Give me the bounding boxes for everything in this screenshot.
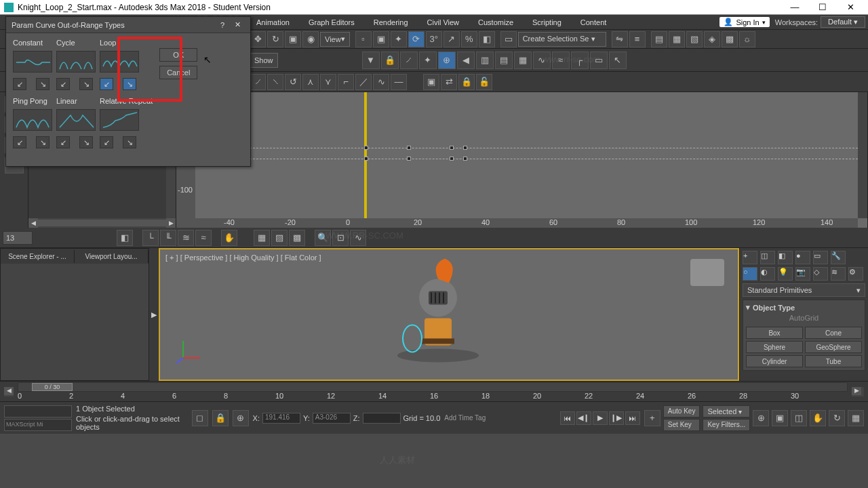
- menu-graph-editors[interactable]: Graph Editors: [299, 16, 364, 28]
- loop-curve[interactable]: [100, 51, 139, 73]
- refcoord-dropdown[interactable]: View ▾: [320, 32, 350, 47]
- mirror-icon[interactable]: ⇋: [612, 31, 628, 47]
- selection-set-dropdown[interactable]: Create Selection Se ▾: [518, 32, 606, 47]
- primitive-dropdown[interactable]: Standard Primitives▾: [743, 283, 865, 297]
- menu-civil-view[interactable]: Civil View: [418, 16, 469, 28]
- perspective-viewport[interactable]: [ + ] [ Perspective ] [ High Quality ] […: [159, 248, 739, 381]
- align-icon[interactable]: ◧: [479, 31, 495, 47]
- tan-loop-icon[interactable]: ↺: [285, 74, 301, 90]
- unlock-tan-icon[interactable]: 🔓: [476, 74, 492, 90]
- pingpong-in-button[interactable]: ↙: [13, 136, 26, 148]
- tan-auto-icon[interactable]: ⟋: [250, 74, 266, 90]
- reduce-keys-icon[interactable]: ≈: [552, 52, 570, 69]
- layer-icon[interactable]: ≡: [629, 31, 646, 47]
- relative-repeat-curve[interactable]: [100, 109, 139, 131]
- sphere-button[interactable]: Sphere: [746, 341, 803, 353]
- x-input[interactable]: 191.416: [262, 413, 300, 424]
- tan-slow-icon[interactable]: ⋎: [320, 74, 336, 90]
- sign-in-button[interactable]: 👤 Sign In ▾: [719, 17, 769, 27]
- render-setup-icon[interactable]: ◈: [704, 31, 720, 47]
- rotate-icon[interactable]: ↻: [267, 31, 283, 47]
- named-sel-icon[interactable]: ▭: [500, 31, 517, 47]
- relative-in-button[interactable]: ↙: [100, 136, 113, 148]
- render-icon[interactable]: ☼: [739, 31, 755, 47]
- track-hscroll[interactable]: ◀ ▶: [28, 218, 176, 228]
- scene-explorer-tab[interactable]: Scene Explorer - ...: [1, 250, 75, 263]
- angle-snap-icon[interactable]: ⟳: [408, 31, 425, 47]
- percent-snap-icon[interactable]: 3°: [426, 31, 442, 47]
- workspace-dropdown[interactable]: Default ▾: [821, 16, 865, 28]
- goto-start-icon[interactable]: ⏮: [560, 411, 575, 425]
- snap-frame-icon[interactable]: ✦: [419, 52, 437, 69]
- tangent-icon[interactable]: ⟋: [400, 52, 418, 69]
- utilities-tab-icon[interactable]: 🔧: [831, 251, 846, 264]
- step-icon[interactable]: ┌: [571, 52, 589, 69]
- linear-in-button[interactable]: ↙: [56, 136, 70, 148]
- menu-rendering[interactable]: Rendering: [364, 16, 418, 28]
- scale-keys-icon[interactable]: ▥: [476, 52, 494, 69]
- manip-icon[interactable]: ▣: [373, 31, 389, 47]
- loop-in-button[interactable]: ↙: [100, 78, 113, 90]
- timeslider-left-icon[interactable]: ◀: [4, 387, 14, 395]
- create-tab-icon[interactable]: +: [743, 251, 757, 264]
- add-time-tag[interactable]: Add Time Tag: [444, 414, 556, 422]
- relative-out-button[interactable]: ↘: [123, 136, 136, 148]
- schematic-icon[interactable]: ▦: [669, 31, 685, 47]
- object-type-rollout[interactable]: ▾ Object Type: [746, 303, 862, 312]
- buffer-curves-icon[interactable]: ▣: [423, 74, 439, 90]
- ok-button[interactable]: OK: [159, 48, 197, 62]
- viewport-layout-tab[interactable]: Viewport Layou...: [75, 250, 149, 263]
- constant-out-button[interactable]: ↘: [36, 78, 50, 90]
- cone-button[interactable]: Cone: [805, 327, 862, 339]
- filter-icon[interactable]: ▼: [362, 52, 380, 69]
- nav-fov-icon[interactable]: ◫: [791, 410, 807, 426]
- shapes-icon[interactable]: ◐: [760, 267, 775, 281]
- nav-orbit-icon[interactable]: ↻: [829, 410, 845, 426]
- cycle-curve[interactable]: [56, 51, 96, 73]
- material-icon[interactable]: ▧: [686, 31, 703, 47]
- spinner-snap-icon[interactable]: ↗: [443, 31, 460, 47]
- z-input[interactable]: [363, 413, 401, 424]
- swap-curves-icon[interactable]: ⇄: [441, 74, 457, 90]
- graph-vscroll[interactable]: [858, 92, 867, 218]
- move-icon[interactable]: ✥: [250, 31, 266, 47]
- viewport-layout-toggle[interactable]: ▶: [149, 248, 159, 381]
- linear-curve[interactable]: [56, 109, 96, 131]
- time-slider[interactable]: 0 / 30: [18, 382, 848, 392]
- iso-icon[interactable]: 🔒: [212, 410, 229, 426]
- viewcube[interactable]: [690, 259, 724, 286]
- close-button[interactable]: ✕: [837, 1, 864, 14]
- scale-icon[interactable]: ▣: [285, 31, 301, 47]
- percent-icon[interactable]: %: [461, 31, 477, 47]
- y-input[interactable]: A3-026: [313, 413, 351, 424]
- curve-editor-icon[interactable]: ▤: [651, 31, 667, 47]
- zoom-icon[interactable]: ▦: [254, 230, 270, 246]
- pivot-icon[interactable]: ▫: [355, 31, 372, 47]
- time-cursor[interactable]: [364, 92, 367, 218]
- modify-tab-icon[interactable]: ◫: [760, 251, 775, 264]
- lights-icon[interactable]: 💡: [778, 267, 793, 281]
- minimize-button[interactable]: —: [781, 1, 808, 14]
- constant-in-button[interactable]: ↙: [13, 78, 26, 90]
- tan-flat-icon[interactable]: —: [391, 74, 407, 90]
- zoom-vert-icon[interactable]: ≈: [195, 230, 212, 246]
- dialog-close-button[interactable]: ✕: [230, 18, 245, 32]
- zoom-sel-icon[interactable]: ▨: [271, 230, 288, 246]
- curve-graph[interactable]: 0 -100 -40-20020406080100120140: [176, 92, 868, 228]
- viewport-label[interactable]: [ + ] [ Perspective ] [ High Quality ] […: [165, 253, 321, 262]
- box-button[interactable]: Box: [746, 327, 803, 339]
- transform-typein[interactable]: [4, 405, 72, 418]
- zoom-horiz-icon[interactable]: ≋: [178, 230, 194, 246]
- cycle-out-button[interactable]: ↘: [79, 78, 93, 90]
- time-slider-handle[interactable]: 0 / 30: [32, 383, 73, 391]
- timeslider-right-icon[interactable]: ▶: [852, 387, 861, 395]
- geosphere-button[interactable]: GeoSphere: [805, 341, 862, 353]
- show-all-icon[interactable]: ∿: [350, 230, 366, 246]
- move-keys-icon[interactable]: ⊕: [438, 52, 456, 69]
- pingpong-curve[interactable]: [13, 109, 52, 131]
- cancel-button[interactable]: Cancel: [159, 66, 197, 79]
- maxscript-listener[interactable]: MAXScript Mi: [4, 419, 72, 431]
- isolate-icon[interactable]: 🔍: [315, 230, 331, 246]
- motion-tab-icon[interactable]: ●: [795, 251, 810, 264]
- zoom-extents-icon[interactable]: ▩: [289, 230, 305, 246]
